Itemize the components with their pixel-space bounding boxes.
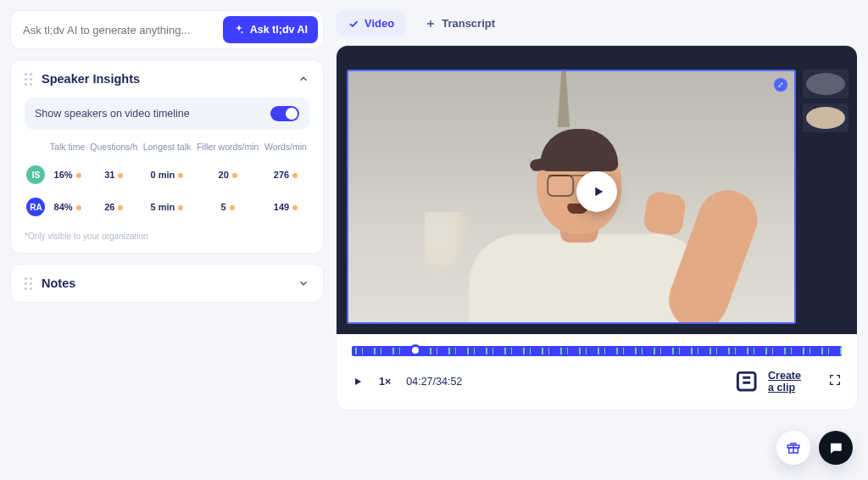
video-main-feed: ⤢ — [347, 70, 796, 324]
speaker-insights-title: Speaker Insights — [42, 72, 289, 86]
speaker-insights-header[interactable]: Speaker Insights — [11, 60, 323, 98]
play-small-icon[interactable] — [352, 376, 364, 388]
table-row: IS 16% 31 0 min 20 276 — [25, 159, 309, 191]
avatar: IS — [26, 165, 45, 184]
check-icon — [348, 18, 359, 30]
fullscreen-button[interactable] — [828, 373, 842, 389]
view-tabs: Video Transcript — [336, 10, 858, 36]
video-player[interactable]: ⤢ — [337, 46, 857, 334]
gift-button[interactable] — [776, 431, 810, 465]
drag-handle-icon[interactable] — [25, 277, 33, 289]
notes-panel: Notes — [10, 264, 324, 303]
participant-thumb[interactable] — [803, 70, 849, 98]
playback-time: 04:27/34:52 — [406, 376, 462, 388]
ai-prompt-bar: Ask tl;dv AI — [10, 10, 324, 49]
participant-thumbnails — [803, 70, 849, 132]
col-questions: Questions/h — [87, 138, 140, 159]
tab-transcript[interactable]: Transcript — [413, 10, 507, 36]
table-row: RA 84% 26 5 min 5 149 — [25, 191, 309, 223]
create-clip-button[interactable]: Create a clip — [732, 366, 801, 396]
participant-thumb[interactable] — [803, 103, 849, 132]
plus-icon — [425, 18, 437, 30]
speaker-footnote: *Only visible to your organization — [25, 232, 309, 241]
col-longest: Longest talk — [141, 138, 194, 159]
ask-ai-button[interactable]: Ask tl;dv AI — [223, 16, 318, 43]
chevron-up-icon — [298, 73, 309, 85]
timeline-speakers-toggle-row: Show speakers on video timeline — [25, 98, 309, 130]
chat-button[interactable] — [819, 431, 853, 465]
gift-icon — [786, 440, 801, 455]
col-filler: Filler words/min — [193, 138, 261, 159]
expand-icon[interactable]: ⤢ — [774, 78, 787, 92]
notes-title: Notes — [42, 276, 289, 290]
play-icon — [591, 184, 606, 199]
video-timeline[interactable] — [337, 334, 857, 356]
play-button[interactable] — [576, 171, 617, 212]
chat-icon — [828, 440, 843, 455]
notes-header[interactable]: Notes — [11, 265, 323, 302]
playback-speed[interactable]: 1× — [379, 376, 391, 388]
video-controls: 1× 04:27/34:52 Create a clip — [337, 356, 857, 410]
video-card: ⤢ 1× 04:27/34:52 — [336, 45, 858, 410]
avatar: RA — [26, 198, 45, 216]
ask-ai-label: Ask tl;dv AI — [250, 24, 308, 36]
speaker-insights-panel: Speaker Insights Show speakers on video … — [10, 59, 324, 254]
chevron-down-icon — [298, 277, 309, 289]
fullscreen-icon — [828, 373, 842, 387]
col-talk-time: Talk time — [47, 138, 87, 159]
timeline-speakers-toggle[interactable] — [270, 106, 299, 121]
timeline-speakers-label: Show speakers on video timeline — [35, 108, 190, 120]
col-wpm: Words/min — [262, 138, 309, 159]
ai-prompt-input[interactable] — [23, 24, 216, 36]
sparkle-icon — [233, 24, 245, 36]
speaker-stats-table: Talk time Questions/h Longest talk Fille… — [25, 138, 309, 223]
drag-handle-icon[interactable] — [25, 73, 33, 85]
tab-video[interactable]: Video — [336, 10, 406, 36]
clip-icon — [732, 366, 761, 396]
timeline-scrubber[interactable] — [409, 344, 421, 356]
